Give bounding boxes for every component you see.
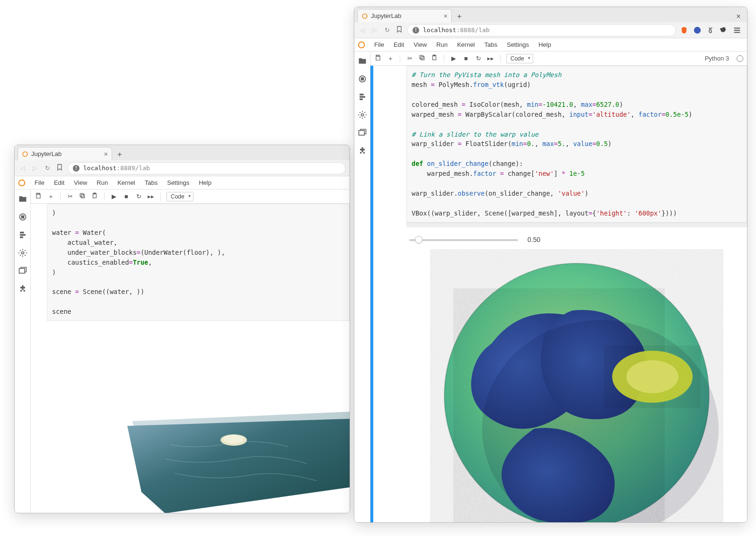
reload-icon[interactable]: ↻ — [43, 164, 52, 172]
svg-rect-7 — [81, 195, 85, 198]
cut-icon[interactable]: ✂ — [406, 55, 413, 62]
restart-icon[interactable]: ↻ — [135, 193, 142, 200]
url-port: :8889 — [116, 164, 135, 172]
svg-point-17 — [359, 42, 365, 48]
svg-point-20 — [361, 114, 363, 116]
menu-view[interactable]: View — [410, 40, 431, 50]
restart-icon[interactable]: ↻ — [475, 55, 482, 62]
stop-icon[interactable]: ■ — [462, 55, 470, 62]
nav-forward-icon[interactable]: ▷ — [370, 26, 379, 34]
menu-help[interactable]: Help — [195, 178, 215, 188]
kernel-status-icon — [737, 55, 743, 62]
extension-icon[interactable] — [18, 284, 27, 294]
stop-icon[interactable]: ■ — [123, 193, 130, 200]
notebook-area[interactable]: # Turn the PyVista mesh into a PolyMesh … — [370, 66, 747, 522]
hamburger-icon[interactable] — [733, 26, 741, 35]
file-browser-icon[interactable] — [18, 194, 27, 204]
running-icon[interactable] — [18, 212, 27, 222]
run-all-icon[interactable]: ▸▸ — [147, 193, 155, 200]
run-icon[interactable]: ▶ — [450, 55, 457, 62]
cell-type-select[interactable]: Code — [506, 54, 533, 63]
svg-rect-23 — [421, 57, 424, 60]
settings-icon[interactable] — [358, 110, 367, 120]
svg-rect-5 — [19, 268, 25, 273]
water-scene-viz[interactable] — [47, 327, 350, 513]
svg-rect-24 — [420, 55, 423, 59]
slider-thumb[interactable] — [415, 236, 422, 243]
kernel-name[interactable]: Python 3 — [705, 55, 729, 62]
url-box[interactable]: ! localhost:8889/lab — [68, 162, 346, 174]
tabs-icon[interactable] — [358, 128, 367, 138]
paste-icon[interactable] — [91, 192, 98, 200]
add-cell-icon[interactable]: ＋ — [47, 192, 54, 201]
new-tab-button[interactable]: + — [114, 149, 125, 160]
save-icon[interactable] — [35, 192, 42, 200]
menu-tabs[interactable]: Tabs — [141, 178, 161, 188]
add-cell-icon[interactable]: ＋ — [387, 54, 394, 63]
menu-kernel[interactable]: Kernel — [453, 40, 479, 50]
nav-back-icon[interactable]: ◁ — [18, 164, 27, 172]
copy-icon[interactable] — [79, 192, 86, 200]
settings-icon[interactable] — [18, 248, 27, 258]
new-tab-button[interactable]: + — [454, 11, 465, 22]
jupyter-icon — [361, 13, 368, 19]
footprint-icon[interactable] — [706, 26, 715, 35]
menu-run[interactable]: Run — [93, 178, 112, 188]
nav-back-icon[interactable]: ◁ — [358, 26, 367, 34]
menu-kernel[interactable]: Kernel — [114, 178, 139, 188]
bookmark-icon[interactable] — [55, 164, 64, 172]
code-cell[interactable]: # Turn the PyVista mesh into a PolyMesh … — [406, 66, 747, 223]
url-port: :8888 — [456, 26, 475, 34]
globe-scene-viz[interactable] — [406, 249, 747, 522]
commands-icon[interactable] — [18, 230, 27, 240]
menu-settings[interactable]: Settings — [503, 40, 533, 50]
menu-settings[interactable]: Settings — [163, 178, 193, 188]
copy-icon[interactable] — [418, 54, 426, 62]
notebook-area[interactable]: ) water = Water( actual_water, under_wat… — [31, 204, 350, 513]
puzzle-icon[interactable] — [720, 26, 728, 35]
file-browser-icon[interactable] — [358, 56, 367, 66]
svg-rect-19 — [361, 78, 363, 80]
window-left: JupyterLab × + ◁ ▷ ↻ ! localhost:8889/la… — [14, 145, 350, 513]
address-bar: ◁ ▷ ↻ ! localhost:8889/lab — [15, 160, 350, 176]
browser-tab[interactable]: JupyterLab × — [357, 9, 452, 22]
nav-forward-icon[interactable]: ▷ — [31, 164, 39, 172]
menu-view[interactable]: View — [70, 178, 91, 188]
code-cell[interactable]: ) water = Water( actual_water, under_wat… — [47, 204, 350, 321]
url-path: /lab — [475, 26, 490, 34]
tabs-icon[interactable] — [18, 266, 27, 276]
run-icon[interactable]: ▶ — [110, 193, 118, 200]
menu-edit[interactable]: Edit — [50, 178, 68, 188]
close-tab-icon[interactable]: × — [104, 150, 108, 158]
cut-icon[interactable]: ✂ — [66, 193, 74, 200]
shield-icon[interactable] — [693, 26, 702, 35]
svg-rect-3 — [21, 216, 24, 218]
url-box[interactable]: ! localhost:8888/lab — [407, 24, 676, 36]
float-slider[interactable]: 0.50 — [406, 233, 747, 249]
brave-icon[interactable] — [680, 26, 688, 35]
menu-file[interactable]: File — [31, 178, 48, 188]
paste-icon[interactable] — [431, 54, 438, 62]
window-close-icon[interactable]: × — [733, 11, 744, 22]
menu-run[interactable]: Run — [432, 40, 451, 50]
horizontal-scrollbar[interactable] — [406, 223, 747, 227]
commands-icon[interactable] — [358, 92, 367, 102]
close-tab-icon[interactable]: × — [444, 12, 448, 20]
run-all-icon[interactable]: ▸▸ — [487, 55, 494, 62]
browser-tab[interactable]: JupyterLab × — [18, 147, 112, 160]
menu-file[interactable]: File — [370, 40, 388, 50]
browser-right-icons — [680, 26, 743, 35]
svg-marker-12 — [127, 419, 350, 513]
bookmark-icon[interactable] — [395, 26, 404, 34]
menu-edit[interactable]: Edit — [390, 40, 408, 50]
menu-tabs[interactable]: Tabs — [481, 40, 501, 50]
url-path: /lab — [135, 164, 150, 172]
cell-type-select[interactable]: Code — [167, 192, 193, 201]
menu-help[interactable]: Help — [535, 40, 555, 50]
extension-icon[interactable] — [358, 146, 367, 156]
save-icon[interactable] — [374, 54, 382, 62]
reload-icon[interactable]: ↻ — [383, 26, 391, 34]
svg-point-1 — [19, 180, 25, 186]
svg-point-0 — [23, 152, 27, 156]
running-icon[interactable] — [358, 74, 367, 84]
